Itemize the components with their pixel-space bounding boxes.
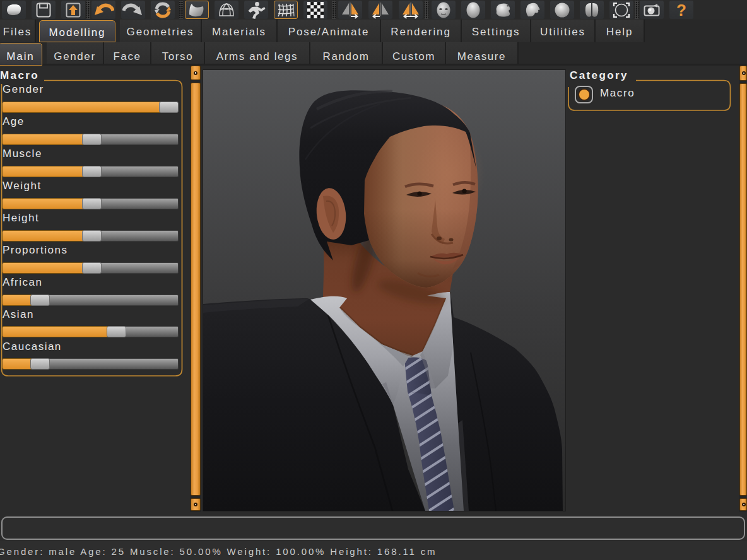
svg-text:?: ?	[676, 1, 686, 19]
